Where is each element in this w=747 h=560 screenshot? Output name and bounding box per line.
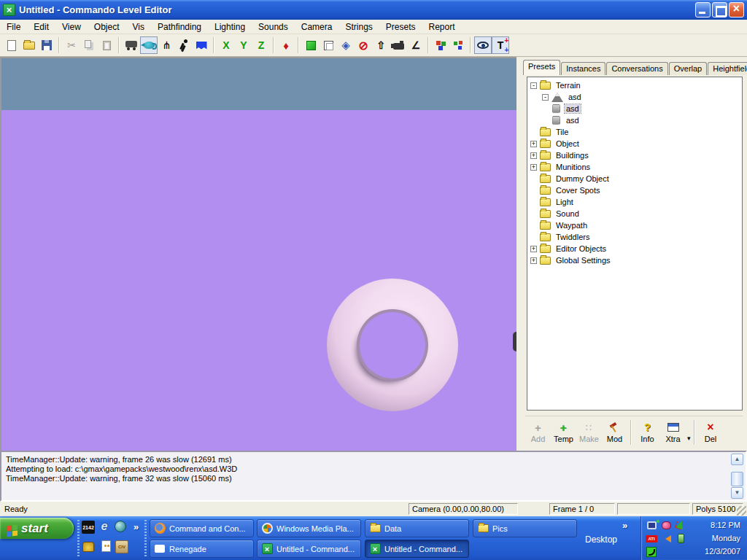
tree-item-asd[interactable]: - asd xyxy=(529,91,740,103)
tree-item-terrain[interactable]: - Terrain xyxy=(529,79,740,91)
expand-icon[interactable]: + xyxy=(530,164,537,171)
task-untitled-commando-1[interactable]: Untitled - Command... xyxy=(257,540,361,558)
new-button[interactable] xyxy=(3,36,20,54)
quicklaunch-2142-icon[interactable]: 2142 xyxy=(82,521,95,534)
menu-report[interactable]: Report xyxy=(422,20,462,34)
info-button[interactable]: ? Info xyxy=(635,418,660,447)
tree-item-dummy-object[interactable]: Dummy Object xyxy=(529,173,740,184)
tree-item-buildings[interactable]: + Buildings xyxy=(529,149,740,161)
spinner-button[interactable]: ♦ xyxy=(277,36,295,54)
task-windows-media-player[interactable]: Windows Media Pla... xyxy=(257,519,361,537)
temp-button[interactable]: + Temp xyxy=(551,418,576,447)
add-button[interactable]: + Add xyxy=(525,418,551,447)
menu-view[interactable]: View xyxy=(55,20,88,34)
tree-item-tile[interactable]: Tile xyxy=(529,126,740,138)
paste-button[interactable] xyxy=(98,36,115,54)
device-tray-icon[interactable] xyxy=(675,532,686,544)
messenger-tray-icon[interactable] xyxy=(660,519,672,531)
torus-object[interactable] xyxy=(327,279,458,411)
menu-file[interactable]: File xyxy=(0,20,27,34)
desktop-toolbar-chevron[interactable]: » xyxy=(622,520,627,531)
save-button[interactable] xyxy=(38,36,55,54)
task-renegade[interactable]: Renegade xyxy=(150,540,254,558)
resize-grip[interactable] xyxy=(737,506,746,516)
tree-item-cover-spots[interactable]: Cover Spots xyxy=(529,184,740,196)
quicklaunch-handle[interactable] xyxy=(77,520,80,556)
vis-raise-button[interactable]: ⇧ xyxy=(372,36,390,54)
tab-overlap[interactable]: Overlap xyxy=(669,62,708,75)
teapot-render-button[interactable] xyxy=(140,36,158,54)
tab-conversations[interactable]: Conversations xyxy=(606,62,667,75)
quicklaunch-ie-icon[interactable]: e xyxy=(98,520,111,533)
expand-icon[interactable]: + xyxy=(530,257,537,264)
3d-viewport[interactable] xyxy=(0,57,516,451)
mod-button[interactable]: Mod xyxy=(602,418,627,447)
dolly-camera-button[interactable] xyxy=(123,36,140,54)
close-button[interactable] xyxy=(729,2,744,18)
cut-button[interactable]: ✂ xyxy=(63,36,80,54)
minimize-button[interactable] xyxy=(695,2,711,18)
wire-cube-button[interactable] xyxy=(320,36,337,54)
task-data-folder[interactable]: Data xyxy=(365,519,469,537)
ati-tray-icon[interactable]: ATI xyxy=(646,533,657,545)
solid-cube-button[interactable] xyxy=(302,36,320,54)
presets-tree[interactable]: - Terrain - asd asd asd xyxy=(527,77,743,411)
log-output[interactable]: TimeManager::Update: warning, frame 26 w… xyxy=(0,451,747,502)
del-button[interactable]: × Del xyxy=(698,418,724,447)
walk-mode-button[interactable] xyxy=(175,36,193,54)
y-axis-button[interactable]: Y xyxy=(235,36,252,54)
menu-object[interactable]: Object xyxy=(88,20,126,34)
taskband-handle[interactable] xyxy=(144,520,147,556)
expand-icon[interactable]: + xyxy=(530,152,537,159)
make-button[interactable]: ∷ Make xyxy=(576,418,602,447)
start-button[interactable]: start xyxy=(0,518,74,539)
camera-button[interactable] xyxy=(390,36,407,54)
tree-item-sound[interactable]: Sound xyxy=(529,208,740,219)
xtra-dropdown-arrow[interactable]: ▾ xyxy=(687,435,691,442)
gizmo-button[interactable]: ⋔ xyxy=(158,36,175,54)
x-axis-button[interactable]: X xyxy=(217,36,235,54)
scroll-down-icon[interactable]: ▼ xyxy=(731,487,743,499)
expand-icon[interactable]: + xyxy=(530,246,537,252)
vis-point-button[interactable]: ◈ xyxy=(337,36,355,54)
scroll-thumb[interactable] xyxy=(731,472,743,486)
tab-instances[interactable]: Instances xyxy=(561,62,605,75)
z-axis-button[interactable]: Z xyxy=(252,36,270,54)
pointer-tray-icon[interactable] xyxy=(675,518,686,530)
log-scrollbar[interactable]: ▲ ▼ xyxy=(731,454,743,499)
tree-item-waypath[interactable]: Waypath xyxy=(529,219,740,231)
network-tray-icon[interactable] xyxy=(646,519,657,531)
flag-button[interactable] xyxy=(193,36,210,54)
scatter-cubes-button[interactable] xyxy=(449,36,467,54)
menu-strings[interactable]: Strings xyxy=(338,20,379,34)
text-overlay-button[interactable]: T++ xyxy=(492,36,509,54)
quicklaunch-game-icon[interactable] xyxy=(82,540,95,553)
tree-item-asd-child[interactable]: asd xyxy=(529,103,740,114)
tree-item-twiddlers[interactable]: Twiddlers xyxy=(529,231,740,243)
menu-edit[interactable]: Edit xyxy=(27,20,55,34)
volume-tray-icon[interactable] xyxy=(660,533,672,545)
copy-button[interactable] xyxy=(80,36,98,54)
xtra-button[interactable]: Xtra xyxy=(660,418,686,447)
maximize-button[interactable] xyxy=(712,2,727,18)
eye-toggle-button[interactable] xyxy=(474,36,492,54)
task-pics-folder[interactable]: Pics xyxy=(473,519,577,537)
connection-tray-icon[interactable] xyxy=(646,546,657,558)
polygon-button[interactable]: ∠ xyxy=(407,36,425,54)
tab-presets[interactable]: Presets xyxy=(523,60,560,75)
desktop-toolbar-label[interactable]: Desktop xyxy=(585,534,617,545)
tab-heightfield[interactable]: Heightfield xyxy=(708,62,747,75)
tree-item-object[interactable]: + Object xyxy=(529,138,740,149)
collapse-icon[interactable]: - xyxy=(542,94,549,101)
tree-item-editor-objects[interactable]: + Editor Objects xyxy=(529,243,740,254)
tree-item-asd-child[interactable]: asd xyxy=(529,114,740,126)
menu-lighting[interactable]: Lighting xyxy=(208,20,252,34)
tree-item-global-settings[interactable]: + Global Settings xyxy=(529,254,740,266)
open-button[interactable] xyxy=(20,36,38,54)
menu-vis[interactable]: Vis xyxy=(126,20,151,34)
expand-icon[interactable]: + xyxy=(530,141,537,147)
quicklaunch-chevron[interactable]: » xyxy=(133,521,139,532)
scroll-up-icon[interactable]: ▲ xyxy=(731,454,743,465)
task-command-and-conquer[interactable]: Command and Con... xyxy=(150,519,254,537)
quicklaunch-document-icon[interactable] xyxy=(99,540,112,553)
